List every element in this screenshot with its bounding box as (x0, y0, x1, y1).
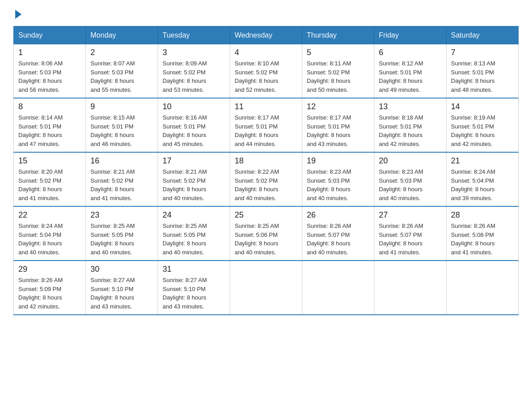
day-number: 12 (307, 102, 369, 111)
day-number: 13 (379, 102, 442, 111)
calendar-cell: 3 Sunrise: 8:09 AM Sunset: 5:02 PM Dayli… (158, 44, 230, 98)
calendar-cell: 7 Sunrise: 8:13 AM Sunset: 5:01 PM Dayli… (446, 44, 519, 98)
calendar-week-row: 15 Sunrise: 8:20 AM Sunset: 5:02 PM Dayl… (14, 152, 519, 206)
day-number: 21 (451, 156, 514, 166)
day-number: 20 (379, 156, 442, 166)
day-number: 5 (307, 48, 369, 57)
day-info: Sunrise: 8:12 AM Sunset: 5:01 PM Dayligh… (379, 59, 442, 94)
calendar-cell: 14 Sunrise: 8:19 AM Sunset: 5:01 PM Dayl… (446, 98, 519, 152)
day-number: 8 (18, 102, 81, 111)
day-number: 6 (379, 48, 442, 57)
day-info: Sunrise: 8:19 AM Sunset: 5:01 PM Dayligh… (451, 113, 514, 148)
day-info: Sunrise: 8:15 AM Sunset: 5:01 PM Dayligh… (90, 113, 153, 148)
day-number: 18 (235, 156, 297, 166)
calendar-cell: 25 Sunrise: 8:25 AM Sunset: 5:06 PM Dayl… (230, 206, 302, 261)
day-info: Sunrise: 8:24 AM Sunset: 5:04 PM Dayligh… (451, 167, 514, 202)
calendar-cell: 13 Sunrise: 8:18 AM Sunset: 5:01 PM Dayl… (374, 98, 446, 152)
day-info: Sunrise: 8:22 AM Sunset: 5:02 PM Dayligh… (235, 167, 297, 202)
calendar-cell: 12 Sunrise: 8:17 AM Sunset: 5:01 PM Dayl… (302, 98, 374, 152)
calendar-cell: 16 Sunrise: 8:21 AM Sunset: 5:02 PM Dayl… (86, 152, 158, 206)
calendar-cell: 29 Sunrise: 8:26 AM Sunset: 5:09 PM Dayl… (14, 261, 86, 315)
day-info: Sunrise: 8:11 AM Sunset: 5:02 PM Dayligh… (307, 59, 369, 94)
day-info: Sunrise: 8:13 AM Sunset: 5:01 PM Dayligh… (451, 59, 514, 94)
calendar-day-header: Wednesday (230, 26, 302, 44)
calendar-table: SundayMondayTuesdayWednesdayThursdayFrid… (13, 26, 519, 315)
day-info: Sunrise: 8:06 AM Sunset: 5:03 PM Dayligh… (18, 59, 81, 94)
day-number: 29 (18, 265, 81, 274)
calendar-day-header: Thursday (302, 26, 374, 44)
calendar-cell: 17 Sunrise: 8:21 AM Sunset: 5:02 PM Dayl… (158, 152, 230, 206)
calendar-header-row: SundayMondayTuesdayWednesdayThursdayFrid… (14, 26, 519, 44)
day-info: Sunrise: 8:07 AM Sunset: 5:03 PM Dayligh… (90, 59, 153, 94)
day-info: Sunrise: 8:26 AM Sunset: 5:07 PM Dayligh… (379, 222, 442, 257)
calendar-cell: 2 Sunrise: 8:07 AM Sunset: 5:03 PM Dayli… (86, 44, 158, 98)
day-number: 27 (379, 210, 442, 220)
calendar-cell (446, 261, 519, 315)
day-number: 4 (235, 48, 297, 57)
calendar-cell: 21 Sunrise: 8:24 AM Sunset: 5:04 PM Dayl… (446, 152, 519, 206)
day-info: Sunrise: 8:25 AM Sunset: 5:05 PM Dayligh… (90, 222, 153, 257)
day-number: 24 (163, 210, 225, 220)
day-info: Sunrise: 8:27 AM Sunset: 5:10 PM Dayligh… (90, 276, 153, 311)
calendar-cell: 1 Sunrise: 8:06 AM Sunset: 5:03 PM Dayli… (14, 44, 86, 98)
day-info: Sunrise: 8:25 AM Sunset: 5:06 PM Dayligh… (235, 222, 297, 257)
day-number: 30 (90, 265, 153, 274)
calendar-cell: 27 Sunrise: 8:26 AM Sunset: 5:07 PM Dayl… (374, 206, 446, 261)
day-info: Sunrise: 8:21 AM Sunset: 5:02 PM Dayligh… (163, 167, 225, 202)
day-info: Sunrise: 8:17 AM Sunset: 5:01 PM Dayligh… (235, 113, 297, 148)
day-number: 7 (451, 48, 514, 57)
calendar-cell (230, 261, 302, 315)
calendar-day-header: Friday (374, 26, 446, 44)
day-number: 14 (451, 102, 514, 111)
day-number: 26 (307, 210, 369, 220)
calendar-day-header: Sunday (14, 26, 86, 44)
day-info: Sunrise: 8:26 AM Sunset: 5:08 PM Dayligh… (451, 222, 514, 257)
calendar-cell: 18 Sunrise: 8:22 AM Sunset: 5:02 PM Dayl… (230, 152, 302, 206)
day-number: 1 (18, 48, 81, 57)
calendar-cell: 26 Sunrise: 8:26 AM Sunset: 5:07 PM Dayl… (302, 206, 374, 261)
day-number: 23 (90, 210, 153, 220)
day-number: 15 (18, 156, 81, 166)
day-info: Sunrise: 8:23 AM Sunset: 5:03 PM Dayligh… (307, 167, 369, 202)
calendar-cell: 8 Sunrise: 8:14 AM Sunset: 5:01 PM Dayli… (14, 98, 86, 152)
calendar-cell (374, 261, 446, 315)
day-info: Sunrise: 8:26 AM Sunset: 5:09 PM Dayligh… (18, 276, 81, 311)
calendar-cell: 5 Sunrise: 8:11 AM Sunset: 5:02 PM Dayli… (302, 44, 374, 98)
day-number: 9 (90, 102, 153, 111)
calendar-cell: 31 Sunrise: 8:27 AM Sunset: 5:10 PM Dayl… (158, 261, 230, 315)
calendar-cell: 24 Sunrise: 8:25 AM Sunset: 5:05 PM Dayl… (158, 206, 230, 261)
day-number: 31 (163, 265, 225, 274)
calendar-cell: 15 Sunrise: 8:20 AM Sunset: 5:02 PM Dayl… (14, 152, 86, 206)
day-number: 16 (90, 156, 153, 166)
calendar-cell: 28 Sunrise: 8:26 AM Sunset: 5:08 PM Dayl… (446, 206, 519, 261)
calendar-cell: 23 Sunrise: 8:25 AM Sunset: 5:05 PM Dayl… (86, 206, 158, 261)
day-info: Sunrise: 8:16 AM Sunset: 5:01 PM Dayligh… (163, 113, 225, 148)
calendar-cell: 4 Sunrise: 8:10 AM Sunset: 5:02 PM Dayli… (230, 44, 302, 98)
day-number: 2 (90, 48, 153, 57)
logo-arrow-icon (15, 10, 21, 19)
calendar-cell: 30 Sunrise: 8:27 AM Sunset: 5:10 PM Dayl… (86, 261, 158, 315)
day-number: 22 (18, 210, 81, 220)
calendar-day-header: Saturday (446, 26, 519, 44)
page-header (13, 9, 519, 17)
calendar-day-header: Monday (86, 26, 158, 44)
day-info: Sunrise: 8:17 AM Sunset: 5:01 PM Dayligh… (307, 113, 369, 148)
day-number: 25 (235, 210, 297, 220)
calendar-week-row: 29 Sunrise: 8:26 AM Sunset: 5:09 PM Dayl… (14, 261, 519, 315)
calendar-cell: 6 Sunrise: 8:12 AM Sunset: 5:01 PM Dayli… (374, 44, 446, 98)
day-number: 19 (307, 156, 369, 166)
calendar-cell: 22 Sunrise: 8:24 AM Sunset: 5:04 PM Dayl… (14, 206, 86, 261)
day-number: 11 (235, 102, 297, 111)
calendar-cell: 9 Sunrise: 8:15 AM Sunset: 5:01 PM Dayli… (86, 98, 158, 152)
day-number: 10 (163, 102, 225, 111)
day-info: Sunrise: 8:21 AM Sunset: 5:02 PM Dayligh… (90, 167, 153, 202)
day-info: Sunrise: 8:18 AM Sunset: 5:01 PM Dayligh… (379, 113, 442, 148)
calendar-cell: 20 Sunrise: 8:23 AM Sunset: 5:03 PM Dayl… (374, 152, 446, 206)
calendar-day-header: Tuesday (158, 26, 230, 44)
day-number: 3 (163, 48, 225, 57)
day-info: Sunrise: 8:27 AM Sunset: 5:10 PM Dayligh… (163, 276, 225, 311)
calendar-cell (302, 261, 374, 315)
calendar-week-row: 8 Sunrise: 8:14 AM Sunset: 5:01 PM Dayli… (14, 98, 519, 152)
day-info: Sunrise: 8:23 AM Sunset: 5:03 PM Dayligh… (379, 167, 442, 202)
calendar-cell: 19 Sunrise: 8:23 AM Sunset: 5:03 PM Dayl… (302, 152, 374, 206)
